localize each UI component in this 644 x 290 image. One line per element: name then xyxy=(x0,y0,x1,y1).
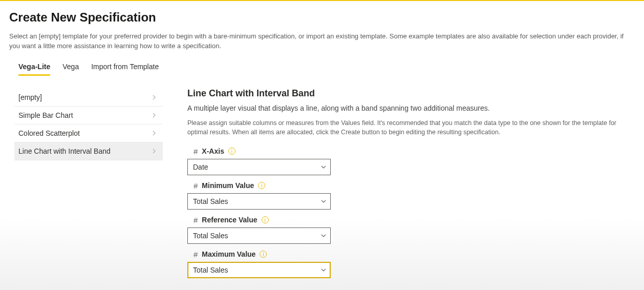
detail-description: A multiple layer visual that displays a … xyxy=(187,104,631,112)
template-item-colored-scatterplot[interactable]: Colored Scatterplot xyxy=(14,125,163,142)
field-maximum-value: # Maximum Value i Total Sales xyxy=(187,248,631,278)
hash-icon: # xyxy=(194,147,198,156)
dropdown-value: Total Sales xyxy=(193,197,228,205)
info-icon[interactable]: i xyxy=(262,216,269,223)
tab-import-from-template[interactable]: Import from Template xyxy=(91,60,159,74)
chevron-right-icon xyxy=(151,130,158,137)
provider-tabs: Vega-Lite Vega Import from Template xyxy=(9,60,635,74)
chevron-right-icon xyxy=(151,94,158,101)
chevron-right-icon xyxy=(151,148,158,155)
chevron-down-icon xyxy=(321,163,326,171)
dropdown-value: Total Sales xyxy=(193,266,228,274)
info-icon[interactable]: i xyxy=(228,148,235,155)
info-icon[interactable]: i xyxy=(260,251,267,258)
field-label-text: Maximum Value xyxy=(202,250,255,258)
field-label-reference: # Reference Value i xyxy=(187,214,631,227)
field-label-minimum: # Minimum Value i xyxy=(187,179,631,193)
hash-icon: # xyxy=(194,181,198,190)
template-item-simple-bar-chart[interactable]: Simple Bar Chart xyxy=(14,107,163,125)
dropdown-minimum-value[interactable]: Total Sales xyxy=(187,193,331,210)
template-item-label: Line Chart with Interval Band xyxy=(18,147,111,155)
field-label-text: X-Axis xyxy=(202,147,224,155)
detail-title: Line Chart with Interval Band xyxy=(187,88,631,99)
intro-text: Select an [empty] template for your pref… xyxy=(9,32,635,51)
template-item-label: Simple Bar Chart xyxy=(18,111,73,119)
dropdown-value: Date xyxy=(193,163,208,171)
chevron-down-icon xyxy=(321,232,326,240)
template-detail: Line Chart with Interval Band A multiple… xyxy=(187,88,635,282)
field-reference-value: # Reference Value i Total Sales xyxy=(187,214,631,244)
field-minimum-value: # Minimum Value i Total Sales xyxy=(187,179,631,210)
field-label-text: Reference Value xyxy=(202,216,257,224)
tab-vega-lite[interactable]: Vega-Lite xyxy=(18,60,50,74)
field-xaxis: # X-Axis i Date xyxy=(187,145,631,175)
info-icon[interactable]: i xyxy=(258,182,265,189)
page-title: Create New Specification xyxy=(9,10,635,25)
chevron-down-icon xyxy=(321,197,326,205)
chevron-right-icon xyxy=(151,112,158,119)
dropdown-reference-value[interactable]: Total Sales xyxy=(187,227,331,244)
chevron-down-icon xyxy=(321,266,326,274)
hash-icon: # xyxy=(194,250,198,259)
tab-vega[interactable]: Vega xyxy=(62,60,79,74)
dropdown-xaxis[interactable]: Date xyxy=(187,159,331,175)
template-item-label: Colored Scatterplot xyxy=(18,129,80,137)
field-label-maximum: # Maximum Value i xyxy=(187,248,631,262)
template-item-empty[interactable]: [empty] xyxy=(14,88,163,107)
dropdown-value: Total Sales xyxy=(193,232,228,240)
template-item-label: [empty] xyxy=(18,93,42,101)
hash-icon: # xyxy=(194,216,198,224)
dropdown-maximum-value[interactable]: Total Sales xyxy=(187,262,331,278)
field-label-text: Minimum Value xyxy=(202,181,254,190)
template-list: [empty] Simple Bar Chart Colored Scatter… xyxy=(14,88,163,282)
detail-help-text: Please assign suitable columns or measur… xyxy=(187,118,631,137)
template-item-line-chart-interval-band[interactable]: Line Chart with Interval Band xyxy=(14,142,163,160)
field-label-xaxis: # X-Axis i xyxy=(187,145,631,159)
